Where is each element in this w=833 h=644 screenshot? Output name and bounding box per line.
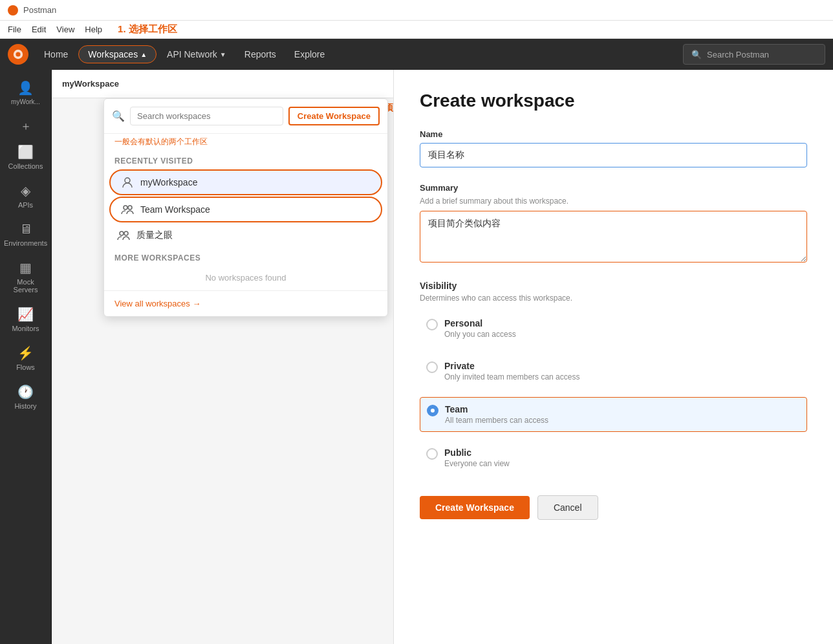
sidebar-workspace-name: myWork... <box>11 98 40 105</box>
collections-icon: ⬜ <box>17 144 34 160</box>
reports-button[interactable]: Reports <box>237 45 284 63</box>
postman-logo <box>8 5 18 16</box>
create-workspace-submit-button[interactable]: Create Workspace <box>420 496 530 519</box>
private-option-text: Private Only invited team members can ac… <box>444 361 579 381</box>
menu-view[interactable]: View <box>56 25 74 34</box>
sidebar-item-collections[interactable]: ⬜ Collections <box>3 139 49 175</box>
summary-help: Add a brief summary about this workspace… <box>420 197 807 206</box>
user-icon: 👤 <box>17 80 34 96</box>
ws-item-zhiliangeye[interactable]: 质量之眼 <box>107 224 385 247</box>
visibility-form-group: Visibility Determines who can access thi… <box>420 281 807 475</box>
sidebar: 👤 myWork... ＋ ⬜ Collections ◈ APIs 🖥 Env… <box>0 70 52 644</box>
personal-option-text: Personal Only you can access <box>444 318 516 339</box>
search-bar[interactable]: 🔍 Search Postman <box>683 44 825 65</box>
content-area: myWorkspace ✕ ＋ ··· 🔍 Create Workspace 一… <box>52 70 833 644</box>
cancel-button[interactable]: Cancel <box>537 495 598 520</box>
sidebar-add-button[interactable]: ＋ <box>17 116 34 136</box>
environments-icon: 🖥 <box>19 222 32 237</box>
ws-item-team-workspace[interactable]: Team Workspace <box>109 197 382 222</box>
sidebar-item-monitors[interactable]: 📈 Monitors <box>3 301 49 338</box>
visibility-team[interactable]: Team All team members can access <box>420 397 807 432</box>
team-workspace-icon <box>121 203 134 216</box>
ws-no-found: No workspaces found <box>104 265 387 290</box>
flows-icon: ⚡ <box>17 345 34 361</box>
visibility-public[interactable]: Public Everyone can view <box>420 441 807 475</box>
ws-section-recent: Recently visited <box>104 150 387 168</box>
summary-label: Summary <box>420 183 807 193</box>
visibility-label: Visibility <box>420 281 807 291</box>
workspace-annotation: 一般会有默认的两个工作区 <box>104 134 387 150</box>
workspace-summary-input[interactable]: 项目简介类似内容 <box>420 211 807 263</box>
home-button[interactable]: Home <box>36 45 76 63</box>
ws-search-icon: 🔍 <box>112 110 125 122</box>
ws-myworkspace-name: myWorkspace <box>140 177 197 188</box>
sidebar-item-environments[interactable]: 🖥 Environments <box>3 217 49 252</box>
summary-form-group: Summary Add a brief summary about this w… <box>420 183 807 265</box>
svg-point-1 <box>125 178 130 183</box>
menu-file[interactable]: File <box>8 25 21 34</box>
sidebar-item-mock-servers[interactable]: ▦ Mock Servers <box>3 255 49 299</box>
create-workspace-button-top[interactable]: Create Workspace <box>288 107 380 125</box>
search-icon: 🔍 <box>691 50 702 59</box>
title-bar: Postman <box>0 0 833 21</box>
search-placeholder: Search Postman <box>707 50 769 59</box>
api-network-button[interactable]: API Network ▼ <box>159 45 234 63</box>
zhiliangeye-icon <box>117 229 130 242</box>
main-layout: 👤 myWork... ＋ ⬜ Collections ◈ APIs 🖥 Env… <box>0 70 833 644</box>
modal-content: Create workspace Name Summary Add a brie… <box>394 70 833 541</box>
sidebar-item-apis[interactable]: ◈ APIs <box>3 178 49 214</box>
sidebar-item-user[interactable]: 👤 myWork... <box>3 75 49 111</box>
ws-team-workspace-name: Team Workspace <box>140 204 210 215</box>
top-nav: Home Workspaces ▲ API Network ▼ Reports … <box>0 39 833 70</box>
visibility-help: Determines who can access this workspace… <box>420 294 807 303</box>
ws-zhiliangeye-name: 质量之眼 <box>136 230 173 241</box>
personal-radio[interactable] <box>426 319 438 330</box>
ws-view-all[interactable]: View all workspaces → <box>104 290 387 316</box>
ws-section-more: More workspaces <box>104 247 387 265</box>
sidebar-flows-label: Flows <box>16 363 35 371</box>
modal-footer: Create Workspace Cancel <box>420 495 807 520</box>
workspace-dropdown: 🔍 Create Workspace 一般会有默认的两个工作区 Recently… <box>103 98 388 317</box>
menu-bar: File Edit View Help 1. 选择工作区 <box>0 21 833 39</box>
menu-help[interactable]: Help <box>85 25 102 34</box>
visibility-personal[interactable]: Personal Only you can access <box>420 312 807 345</box>
name-form-group: Name <box>420 129 807 167</box>
postman-nav-logo <box>8 44 28 65</box>
modal-title: Create workspace <box>420 91 807 111</box>
workspaces-button[interactable]: Workspaces ▲ <box>78 45 157 63</box>
sidebar-mock-servers-label: Mock Servers <box>7 278 45 294</box>
workspace-tab-name[interactable]: myWorkspace <box>62 79 119 89</box>
team-radio[interactable] <box>427 405 438 416</box>
apis-icon: ◈ <box>21 183 30 199</box>
public-radio[interactable] <box>426 448 438 460</box>
mock-servers-icon: ▦ <box>19 260 32 275</box>
api-network-chevron: ▼ <box>220 51 226 58</box>
team-option-container: Team All team members can access 选择团队类型 … <box>420 397 807 432</box>
team-option-text: Team All team members can access <box>445 404 548 425</box>
workspace-search-input[interactable] <box>130 107 283 125</box>
ws-dropdown-header: 🔍 Create Workspace <box>104 99 387 134</box>
personal-workspace-icon <box>121 176 134 189</box>
svg-point-4 <box>120 231 124 235</box>
sidebar-item-flows[interactable]: ⚡ Flows <box>3 340 49 376</box>
sidebar-collections-label: Collections <box>8 162 43 170</box>
ws-item-myworkspace[interactable]: myWorkspace <box>109 169 382 195</box>
sidebar-environments-label: Environments <box>4 239 47 247</box>
private-radio[interactable] <box>426 361 438 373</box>
svg-point-2 <box>124 206 127 209</box>
svg-point-3 <box>128 206 132 209</box>
workspace-name-input[interactable] <box>420 143 807 167</box>
visibility-private[interactable]: Private Only invited team members can ac… <box>420 354 807 388</box>
sidebar-item-history[interactable]: 🕐 History <box>3 379 49 415</box>
create-workspace-modal: Create workspace Name Summary Add a brie… <box>393 70 833 644</box>
public-option-text: Public Everyone can view <box>444 447 510 468</box>
sidebar-monitors-label: Monitors <box>12 325 39 332</box>
app-name: Postman <box>23 5 56 15</box>
workspaces-chevron: ▲ <box>140 51 147 58</box>
svg-point-5 <box>124 231 128 235</box>
menu-edit[interactable]: Edit <box>32 25 46 34</box>
history-icon: 🕐 <box>17 384 34 400</box>
explore-button[interactable]: Explore <box>287 45 332 63</box>
sidebar-history-label: History <box>14 402 36 410</box>
menu-annotation: 1. 选择工作区 <box>118 23 177 36</box>
